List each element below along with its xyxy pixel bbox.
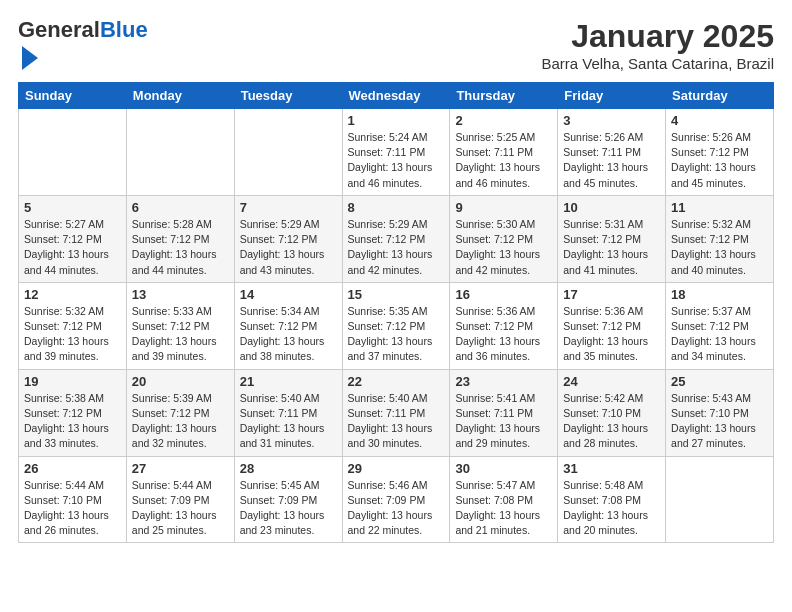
table-row (666, 456, 774, 543)
day-detail: Sunrise: 5:26 AM Sunset: 7:11 PM Dayligh… (563, 130, 660, 191)
day-detail: Sunrise: 5:47 AM Sunset: 7:08 PM Dayligh… (455, 478, 552, 539)
title-block: January 2025 Barra Velha, Santa Catarina… (541, 18, 774, 72)
day-detail: Sunrise: 5:37 AM Sunset: 7:12 PM Dayligh… (671, 304, 768, 365)
table-row: 13Sunrise: 5:33 AM Sunset: 7:12 PM Dayli… (126, 282, 234, 369)
day-number: 9 (455, 200, 552, 215)
day-number: 31 (563, 461, 660, 476)
header-tuesday: Tuesday (234, 83, 342, 109)
table-row: 2Sunrise: 5:25 AM Sunset: 7:11 PM Daylig… (450, 109, 558, 196)
logo-general-text: General (18, 17, 100, 42)
table-row: 9Sunrise: 5:30 AM Sunset: 7:12 PM Daylig… (450, 195, 558, 282)
table-row: 8Sunrise: 5:29 AM Sunset: 7:12 PM Daylig… (342, 195, 450, 282)
table-row: 10Sunrise: 5:31 AM Sunset: 7:12 PM Dayli… (558, 195, 666, 282)
day-detail: Sunrise: 5:25 AM Sunset: 7:11 PM Dayligh… (455, 130, 552, 191)
logo-blue-text: Blue (100, 17, 148, 42)
day-number: 2 (455, 113, 552, 128)
day-number: 26 (24, 461, 121, 476)
table-row: 15Sunrise: 5:35 AM Sunset: 7:12 PM Dayli… (342, 282, 450, 369)
header-wednesday: Wednesday (342, 83, 450, 109)
header-thursday: Thursday (450, 83, 558, 109)
day-detail: Sunrise: 5:29 AM Sunset: 7:12 PM Dayligh… (240, 217, 337, 278)
calendar-week-row: 1Sunrise: 5:24 AM Sunset: 7:11 PM Daylig… (19, 109, 774, 196)
logo-text: GeneralBlue (18, 18, 148, 70)
day-detail: Sunrise: 5:30 AM Sunset: 7:12 PM Dayligh… (455, 217, 552, 278)
table-row: 18Sunrise: 5:37 AM Sunset: 7:12 PM Dayli… (666, 282, 774, 369)
day-detail: Sunrise: 5:32 AM Sunset: 7:12 PM Dayligh… (24, 304, 121, 365)
day-detail: Sunrise: 5:40 AM Sunset: 7:11 PM Dayligh… (348, 391, 445, 452)
day-number: 23 (455, 374, 552, 389)
day-number: 27 (132, 461, 229, 476)
table-row (126, 109, 234, 196)
calendar-week-row: 5Sunrise: 5:27 AM Sunset: 7:12 PM Daylig… (19, 195, 774, 282)
day-detail: Sunrise: 5:29 AM Sunset: 7:12 PM Dayligh… (348, 217, 445, 278)
day-number: 20 (132, 374, 229, 389)
table-row: 22Sunrise: 5:40 AM Sunset: 7:11 PM Dayli… (342, 369, 450, 456)
header-friday: Friday (558, 83, 666, 109)
day-number: 6 (132, 200, 229, 215)
calendar-week-row: 12Sunrise: 5:32 AM Sunset: 7:12 PM Dayli… (19, 282, 774, 369)
weekday-header-row: Sunday Monday Tuesday Wednesday Thursday… (19, 83, 774, 109)
day-number: 10 (563, 200, 660, 215)
table-row: 20Sunrise: 5:39 AM Sunset: 7:12 PM Dayli… (126, 369, 234, 456)
day-detail: Sunrise: 5:44 AM Sunset: 7:09 PM Dayligh… (132, 478, 229, 539)
header-saturday: Saturday (666, 83, 774, 109)
day-number: 25 (671, 374, 768, 389)
day-number: 29 (348, 461, 445, 476)
day-number: 7 (240, 200, 337, 215)
day-number: 5 (24, 200, 121, 215)
day-number: 12 (24, 287, 121, 302)
day-detail: Sunrise: 5:26 AM Sunset: 7:12 PM Dayligh… (671, 130, 768, 191)
table-row: 16Sunrise: 5:36 AM Sunset: 7:12 PM Dayli… (450, 282, 558, 369)
day-detail: Sunrise: 5:48 AM Sunset: 7:08 PM Dayligh… (563, 478, 660, 539)
table-row: 19Sunrise: 5:38 AM Sunset: 7:12 PM Dayli… (19, 369, 127, 456)
day-number: 30 (455, 461, 552, 476)
header-monday: Monday (126, 83, 234, 109)
table-row (234, 109, 342, 196)
table-row: 3Sunrise: 5:26 AM Sunset: 7:11 PM Daylig… (558, 109, 666, 196)
day-detail: Sunrise: 5:28 AM Sunset: 7:12 PM Dayligh… (132, 217, 229, 278)
table-row: 11Sunrise: 5:32 AM Sunset: 7:12 PM Dayli… (666, 195, 774, 282)
day-detail: Sunrise: 5:44 AM Sunset: 7:10 PM Dayligh… (24, 478, 121, 539)
day-detail: Sunrise: 5:42 AM Sunset: 7:10 PM Dayligh… (563, 391, 660, 452)
table-row: 12Sunrise: 5:32 AM Sunset: 7:12 PM Dayli… (19, 282, 127, 369)
table-row (19, 109, 127, 196)
table-row: 27Sunrise: 5:44 AM Sunset: 7:09 PM Dayli… (126, 456, 234, 543)
day-number: 21 (240, 374, 337, 389)
day-detail: Sunrise: 5:43 AM Sunset: 7:10 PM Dayligh… (671, 391, 768, 452)
table-row: 25Sunrise: 5:43 AM Sunset: 7:10 PM Dayli… (666, 369, 774, 456)
table-row: 31Sunrise: 5:48 AM Sunset: 7:08 PM Dayli… (558, 456, 666, 543)
day-number: 3 (563, 113, 660, 128)
calendar-week-row: 26Sunrise: 5:44 AM Sunset: 7:10 PM Dayli… (19, 456, 774, 543)
day-detail: Sunrise: 5:40 AM Sunset: 7:11 PM Dayligh… (240, 391, 337, 452)
day-number: 8 (348, 200, 445, 215)
day-detail: Sunrise: 5:39 AM Sunset: 7:12 PM Dayligh… (132, 391, 229, 452)
day-detail: Sunrise: 5:45 AM Sunset: 7:09 PM Dayligh… (240, 478, 337, 539)
table-row: 26Sunrise: 5:44 AM Sunset: 7:10 PM Dayli… (19, 456, 127, 543)
table-row: 23Sunrise: 5:41 AM Sunset: 7:11 PM Dayli… (450, 369, 558, 456)
day-detail: Sunrise: 5:31 AM Sunset: 7:12 PM Dayligh… (563, 217, 660, 278)
day-number: 15 (348, 287, 445, 302)
day-number: 22 (348, 374, 445, 389)
day-detail: Sunrise: 5:41 AM Sunset: 7:11 PM Dayligh… (455, 391, 552, 452)
header: GeneralBlue January 2025 Barra Velha, Sa… (18, 18, 774, 72)
day-number: 28 (240, 461, 337, 476)
day-number: 17 (563, 287, 660, 302)
day-detail: Sunrise: 5:46 AM Sunset: 7:09 PM Dayligh… (348, 478, 445, 539)
table-row: 1Sunrise: 5:24 AM Sunset: 7:11 PM Daylig… (342, 109, 450, 196)
day-detail: Sunrise: 5:32 AM Sunset: 7:12 PM Dayligh… (671, 217, 768, 278)
day-detail: Sunrise: 5:35 AM Sunset: 7:12 PM Dayligh… (348, 304, 445, 365)
table-row: 21Sunrise: 5:40 AM Sunset: 7:11 PM Dayli… (234, 369, 342, 456)
day-number: 11 (671, 200, 768, 215)
day-number: 13 (132, 287, 229, 302)
table-row: 29Sunrise: 5:46 AM Sunset: 7:09 PM Dayli… (342, 456, 450, 543)
day-number: 24 (563, 374, 660, 389)
table-row: 14Sunrise: 5:34 AM Sunset: 7:12 PM Dayli… (234, 282, 342, 369)
day-number: 16 (455, 287, 552, 302)
day-number: 14 (240, 287, 337, 302)
day-number: 19 (24, 374, 121, 389)
page: GeneralBlue January 2025 Barra Velha, Sa… (0, 0, 792, 553)
table-row: 4Sunrise: 5:26 AM Sunset: 7:12 PM Daylig… (666, 109, 774, 196)
day-detail: Sunrise: 5:36 AM Sunset: 7:12 PM Dayligh… (563, 304, 660, 365)
day-detail: Sunrise: 5:34 AM Sunset: 7:12 PM Dayligh… (240, 304, 337, 365)
day-detail: Sunrise: 5:27 AM Sunset: 7:12 PM Dayligh… (24, 217, 121, 278)
